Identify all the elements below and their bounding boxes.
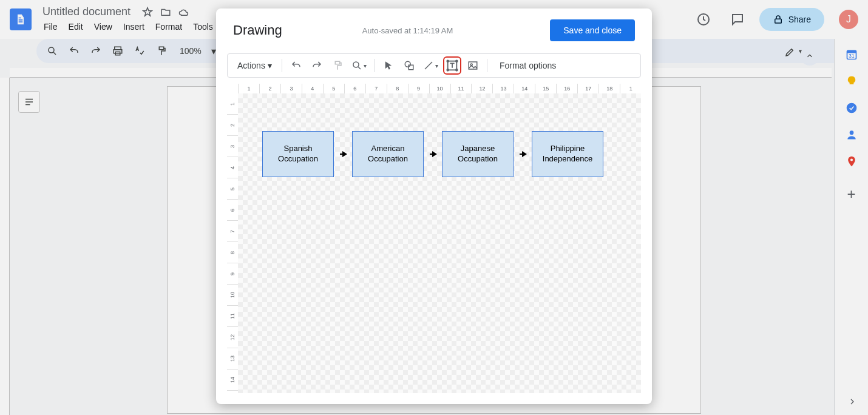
ruler-tick: 8 <box>227 242 238 263</box>
ruler-tick: 14 <box>514 84 535 93</box>
shape-tool-icon[interactable] <box>400 56 418 75</box>
flow-box[interactable]: American Occupation <box>352 131 424 177</box>
canvas-ruler-vertical: 1 2 3 4 5 6 7 8 9 10 11 12 13 14 <box>227 93 238 393</box>
separator <box>374 59 375 72</box>
drawing-title: Drawing <box>233 22 282 38</box>
separator <box>282 59 282 72</box>
ruler-tick: 1 <box>238 84 259 93</box>
arrow-icon[interactable] <box>430 154 436 155</box>
ruler-tick: 13 <box>492 84 514 93</box>
chevron-down-icon: ▾ <box>268 61 272 70</box>
save-and-close-button[interactable]: Save and close <box>550 19 635 41</box>
ruler-tick: 9 <box>408 84 429 93</box>
modal-overlay: Drawing Auto-saved at 1:14:19 AM Save an… <box>0 0 868 415</box>
ruler-tick: 3 <box>280 84 302 93</box>
ruler-tick: 9 <box>227 263 238 285</box>
image-tool-icon[interactable] <box>464 56 482 75</box>
ruler-tick: 16 <box>556 84 577 93</box>
flow-box[interactable]: Japanese Occupation <box>442 131 514 177</box>
drawing-canvas-wrap: 1 2 3 4 5 6 7 8 9 10 11 12 13 14 15 16 1… <box>227 84 641 393</box>
drawing-toolbar: Actions ▾ ▾ ▾ Format options <box>227 53 641 78</box>
drawing-header: Drawing Auto-saved at 1:14:19 AM Save an… <box>216 8 652 47</box>
ruler-tick: 10 <box>429 84 450 93</box>
ruler-tick: 4 <box>302 84 323 93</box>
flowchart: Spanish Occupation American Occupation J… <box>262 131 603 177</box>
arrow-icon[interactable] <box>340 154 346 155</box>
svg-point-19 <box>456 69 458 71</box>
ruler-tick: 3 <box>227 136 238 157</box>
ruler-tick: 14 <box>227 369 238 391</box>
ruler-tick: 1 <box>620 84 641 93</box>
ruler-tick: 7 <box>365 84 387 93</box>
undo-icon[interactable] <box>287 56 305 75</box>
actions-label: Actions <box>237 61 265 70</box>
ruler-tick: 11 <box>450 84 472 93</box>
svg-point-18 <box>447 69 449 71</box>
ruler-tick: 5 <box>227 178 238 200</box>
zoom-button[interactable]: ▾ <box>349 56 369 75</box>
ruler-tick: 10 <box>227 285 238 306</box>
ruler-tick: 8 <box>387 84 408 93</box>
ruler-tick: 2 <box>259 84 280 93</box>
ruler-tick: 12 <box>471 84 492 93</box>
ruler-tick: 11 <box>227 306 238 327</box>
flow-box[interactable]: Spanish Occupation <box>262 131 334 177</box>
ruler-tick: 13 <box>227 348 238 369</box>
format-options-button[interactable]: Format options <box>492 61 563 70</box>
actions-menu[interactable]: Actions ▾ <box>232 56 277 75</box>
textbox-tool-icon[interactable] <box>443 56 461 75</box>
ruler-tick: 7 <box>227 221 238 242</box>
separator <box>487 59 487 72</box>
ruler-tick: 5 <box>323 84 344 93</box>
svg-rect-14 <box>409 65 413 70</box>
drawing-canvas[interactable]: Spanish Occupation American Occupation J… <box>238 93 641 393</box>
arrow-icon[interactable] <box>520 154 526 155</box>
ruler-tick: 2 <box>227 115 238 136</box>
ruler-tick: 12 <box>227 327 238 348</box>
ruler-tick: 4 <box>227 157 238 178</box>
ruler-tick: 6 <box>227 200 238 221</box>
canvas-ruler-horizontal: 1 2 3 4 5 6 7 8 9 10 11 12 13 14 15 16 1… <box>238 84 641 93</box>
paint-format-icon[interactable] <box>328 56 347 75</box>
autosave-status: Auto-saved at 1:14:19 AM <box>362 26 453 35</box>
svg-point-16 <box>447 60 449 62</box>
svg-point-13 <box>405 61 410 67</box>
line-tool-icon[interactable]: ▾ <box>421 56 441 75</box>
ruler-tick: 18 <box>598 84 620 93</box>
drawing-dialog: Drawing Auto-saved at 1:14:19 AM Save an… <box>216 8 652 404</box>
redo-icon[interactable] <box>308 56 326 75</box>
svg-point-12 <box>353 62 359 67</box>
flow-box[interactable]: Philippine Independence <box>532 131 603 177</box>
ruler-tick: 6 <box>344 84 365 93</box>
ruler-tick: 17 <box>577 84 598 93</box>
svg-point-17 <box>456 60 458 62</box>
ruler-tick: 15 <box>535 84 556 93</box>
ruler-tick: 1 <box>227 93 238 115</box>
svg-rect-20 <box>469 62 477 69</box>
select-tool-icon[interactable] <box>379 56 398 75</box>
